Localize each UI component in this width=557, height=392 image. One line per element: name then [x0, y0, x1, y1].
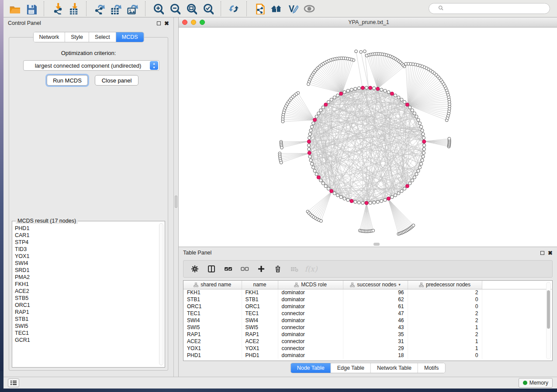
graph-node[interactable]	[422, 148, 426, 151]
table-cell[interactable]: 29	[343, 345, 408, 352]
graph-node[interactable]	[418, 122, 421, 125]
network-hscroll-thumb[interactable]	[374, 243, 380, 246]
mcds-result-item[interactable]: ORC1	[15, 302, 158, 309]
zoom-fit-button[interactable]	[183, 2, 200, 16]
table-cell[interactable]: 43	[343, 324, 408, 331]
table-cell[interactable]: dominator	[278, 303, 343, 310]
table-cell[interactable]: 0	[408, 303, 482, 310]
deselect-all-button[interactable]	[238, 262, 252, 275]
settings-button[interactable]	[188, 262, 202, 275]
export-image-button[interactable]	[124, 2, 141, 16]
graph-node[interactable]	[365, 86, 368, 89]
graph-node[interactable]	[315, 172, 318, 175]
table-cell[interactable]: 18	[343, 352, 408, 359]
open-session-button[interactable]	[6, 2, 23, 16]
graph-node[interactable]	[310, 162, 313, 165]
mcds-result-item[interactable]: STB1	[15, 316, 158, 323]
optimization-criterion-select[interactable]: largest connected component (undirected)…	[23, 60, 159, 71]
delete-table-button[interactable]	[287, 262, 301, 275]
float-panel-icon[interactable]	[157, 21, 161, 25]
columns-button[interactable]	[204, 262, 218, 275]
graph-node[interactable]	[417, 118, 420, 121]
mcds-node[interactable]	[369, 86, 372, 89]
graph-node[interactable]	[319, 179, 322, 182]
graph-node[interactable]	[308, 133, 311, 136]
mcds-result-item[interactable]: SWI5	[15, 323, 158, 330]
graph-node[interactable]	[403, 100, 406, 103]
save-session-button[interactable]	[23, 2, 39, 16]
refresh-layout-button[interactable]	[225, 2, 242, 16]
column-header-predecessor-nodes[interactable]: predecessor nodes	[408, 281, 482, 289]
graph-node[interactable]	[413, 112, 416, 115]
graph-node[interactable]	[421, 129, 424, 132]
graph-node[interactable]	[380, 199, 383, 203]
graph-node[interactable]	[372, 229, 375, 232]
run-mcds-button[interactable]: Run MCDS	[47, 75, 88, 86]
graph-node[interactable]	[280, 161, 283, 164]
graph-node[interactable]	[307, 144, 310, 147]
table-cell[interactable]: 2	[408, 317, 482, 324]
window-minimize-icon[interactable]	[191, 20, 196, 25]
mcds-result-item[interactable]: RAP1	[15, 309, 158, 316]
export-network-button[interactable]	[91, 2, 107, 16]
graph-node[interactable]	[322, 182, 325, 185]
graph-node[interactable]	[415, 172, 418, 175]
graph-node[interactable]	[373, 87, 376, 90]
graph-node[interactable]	[394, 194, 397, 197]
select-all-button[interactable]	[221, 262, 235, 275]
graph-node[interactable]	[376, 200, 379, 203]
tab-node-table[interactable]: Node Table	[291, 363, 331, 373]
table-cell[interactable]: 1	[408, 324, 482, 331]
graph-node[interactable]	[327, 100, 330, 103]
graph-node[interactable]	[355, 50, 358, 53]
graph-node[interactable]	[384, 198, 387, 201]
mcds-result-item[interactable]: SWI4	[15, 260, 158, 267]
network-graph[interactable]	[179, 28, 557, 247]
tab-network[interactable]: Network	[33, 32, 65, 42]
table-cell[interactable]: 31	[343, 338, 408, 345]
table-row[interactable]: FKH1FKH1dominator962	[183, 289, 552, 296]
zoom-selected-button[interactable]	[200, 2, 216, 16]
mcds-node[interactable]	[422, 140, 426, 143]
graph-node[interactable]	[309, 159, 312, 162]
zoom-in-button[interactable]	[150, 2, 166, 16]
graph-node[interactable]	[408, 182, 412, 185]
table-cell[interactable]: dominator	[278, 289, 343, 296]
table-cell[interactable]: YOX1	[242, 345, 278, 352]
table-cell[interactable]: TEC1	[183, 310, 242, 317]
graph-node[interactable]	[413, 176, 416, 179]
graph-node[interactable]	[281, 120, 284, 123]
table-cell[interactable]: TEC1	[242, 310, 278, 317]
table-cell[interactable]: ACE2	[183, 338, 242, 345]
mcds-node[interactable]	[317, 175, 320, 179]
function-builder-button[interactable]: f(x)	[304, 262, 318, 275]
tab-select[interactable]: Select	[89, 32, 116, 42]
table-cell[interactable]: connector	[278, 324, 343, 331]
graph-node[interactable]	[311, 122, 315, 125]
table-cell[interactable]: 61	[343, 303, 408, 310]
open-recent-button[interactable]	[268, 2, 284, 16]
mcds-node[interactable]	[376, 87, 380, 91]
task-manager-button[interactable]	[8, 378, 19, 387]
mcds-node[interactable]	[361, 86, 364, 89]
export-table-button[interactable]	[107, 2, 124, 16]
mcds-node[interactable]	[307, 140, 311, 143]
tab-network-table[interactable]: Network Table	[371, 363, 418, 373]
table-cell[interactable]: dominator	[278, 331, 343, 338]
table-cell[interactable]: ACE2	[242, 338, 278, 345]
tab-motifs[interactable]: Motifs	[418, 363, 445, 373]
graph-node[interactable]	[313, 169, 316, 172]
table-cell[interactable]: 46	[343, 317, 408, 324]
table-cell[interactable]: ORC1	[183, 303, 242, 310]
table-row[interactable]: STB1STB1dominator620	[183, 296, 552, 303]
mcds-node[interactable]	[387, 197, 391, 200]
table-cell[interactable]: connector	[278, 345, 343, 352]
panel-splitter[interactable]	[174, 17, 178, 377]
graph-node[interactable]	[419, 125, 422, 128]
table-cell[interactable]: ORC1	[242, 303, 278, 310]
table-cell[interactable]: SWI4	[242, 317, 278, 324]
mcds-node[interactable]	[313, 118, 317, 122]
table-cell[interactable]: 0	[408, 296, 482, 303]
table-cell[interactable]: STB1	[242, 296, 278, 303]
window-zoom-icon[interactable]	[200, 20, 205, 25]
